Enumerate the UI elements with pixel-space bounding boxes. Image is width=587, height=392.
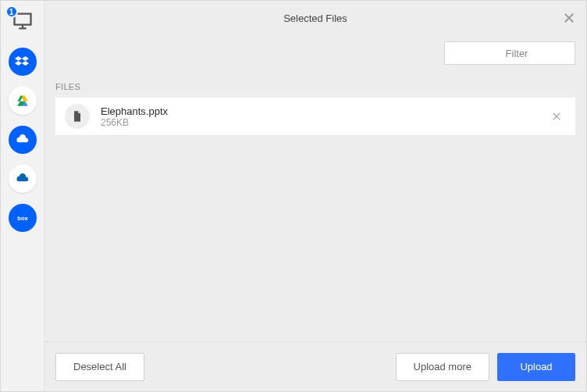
close-icon <box>551 111 562 122</box>
svg-marker-3 <box>17 95 23 101</box>
badge-count: 1 <box>5 5 18 18</box>
upload-more-button[interactable]: Upload more <box>396 353 489 381</box>
file-thumb <box>65 104 90 129</box>
google-drive-icon <box>9 87 37 115</box>
header: Selected Files <box>44 1 586 35</box>
file-size: 256KB <box>101 117 547 128</box>
file-list: Elephants.pptx 256KB <box>44 98 586 135</box>
file-row[interactable]: Elephants.pptx 256KB <box>55 98 575 135</box>
deselect-all-button[interactable]: Deselect All <box>55 353 144 381</box>
source-onedrive-business[interactable] <box>7 163 38 194</box>
files-section-label: FILES <box>44 73 586 98</box>
upload-button[interactable]: Upload <box>497 353 575 381</box>
onedrive-business-icon <box>9 165 37 193</box>
source-onedrive[interactable] <box>7 124 38 155</box>
file-name: Elephants.pptx <box>101 105 547 117</box>
source-dropbox[interactable] <box>7 46 38 77</box>
footer: Deselect All Upload more Upload <box>44 341 586 391</box>
svg-text:box: box <box>17 215 28 222</box>
dropbox-icon <box>9 48 37 76</box>
file-remove-button[interactable] <box>547 107 566 126</box>
source-google-drive[interactable] <box>7 85 38 116</box>
box-icon: box <box>9 204 37 232</box>
source-sidebar: 1 box <box>1 1 44 391</box>
filter-input[interactable] <box>451 48 582 59</box>
close-button[interactable] <box>560 9 578 27</box>
filter-box[interactable] <box>444 41 575 65</box>
onedrive-icon <box>9 126 37 154</box>
page-title: Selected Files <box>283 12 347 24</box>
close-icon <box>562 11 576 25</box>
main-panel: Selected Files FILES Elephants.pptx 256K… <box>44 1 586 391</box>
source-local-computer[interactable]: 1 <box>7 7 38 38</box>
source-box[interactable]: box <box>7 202 38 233</box>
file-icon <box>71 110 84 123</box>
file-meta: Elephants.pptx 256KB <box>101 105 547 128</box>
